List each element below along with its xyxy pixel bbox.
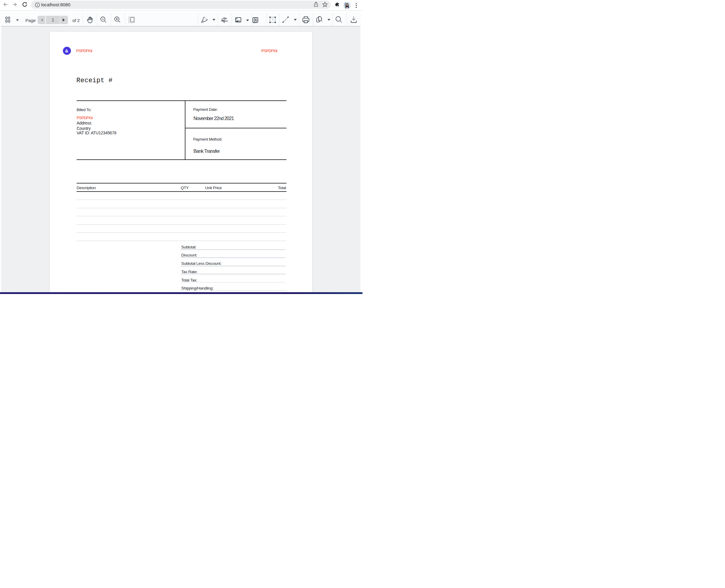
- svg-text:T: T: [271, 18, 274, 21]
